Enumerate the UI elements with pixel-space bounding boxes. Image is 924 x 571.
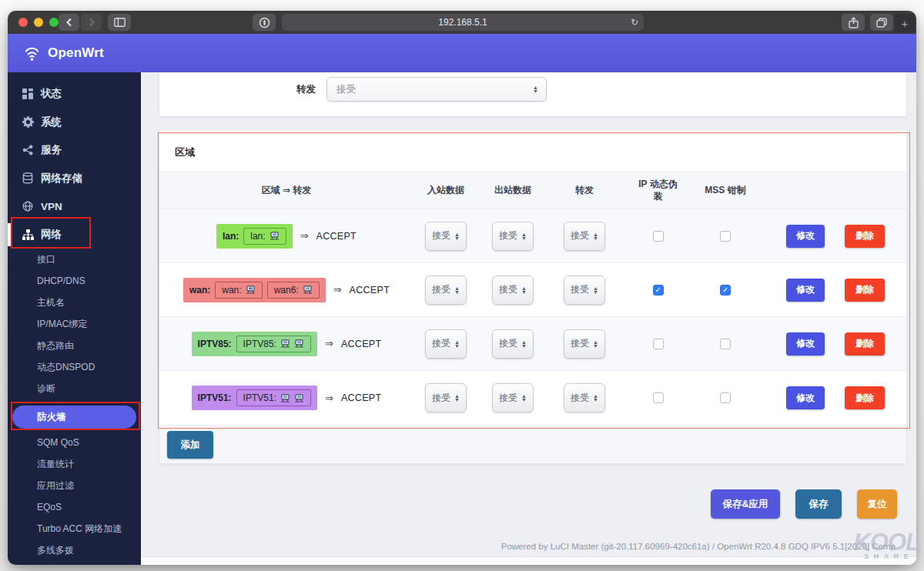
new-tab-button[interactable]: + — [895, 14, 915, 32]
sidebar-subitem-interfaces[interactable]: 接口 — [8, 249, 141, 270]
delete-zone-button[interactable]: 删除 — [845, 225, 885, 248]
url-text: 192.168.5.1 — [438, 17, 487, 28]
minimize-window-button[interactable] — [34, 18, 43, 27]
output-policy-select[interactable]: 接受▲▼ — [492, 383, 534, 412]
edit-zone-button[interactable]: 修改 — [786, 225, 825, 248]
forward-select[interactable]: 接受 ▲▼ — [326, 77, 547, 102]
sidebar-nav: 状态 系统 服务 网络存储 VPN 网络 接口 DHCP/DNS 主机名 IP/… — [8, 72, 141, 565]
sidebar-subitem-sqm-qos[interactable]: SQM QoS — [8, 432, 141, 453]
sidebar-subitem-turbo-acc[interactable]: Turbo ACC 网络加速 — [8, 518, 141, 539]
forward-select-value: 接受 — [336, 83, 356, 96]
back-button[interactable] — [59, 14, 79, 31]
masquerading-checkbox[interactable] — [653, 231, 664, 242]
sidebar-subitem-multi-wan[interactable]: 多线多拨 — [8, 539, 141, 561]
gear-icon — [22, 116, 34, 128]
sidebar-item-label: 系统 — [41, 115, 62, 129]
output-policy-select[interactable]: 接受▲▼ — [492, 222, 534, 251]
select-arrows-icon: ▲▼ — [593, 340, 598, 348]
input-policy-select[interactable]: 接受▲▼ — [425, 222, 467, 251]
input-policy-select[interactable]: 接受▲▼ — [425, 329, 467, 359]
zones-title: 区域 — [159, 130, 906, 172]
address-bar[interactable]: 192.168.5.1 ↻ — [282, 14, 644, 31]
sidebar-subitem-app-filter[interactable]: 应用过滤 — [8, 475, 141, 496]
delete-zone-button[interactable]: 删除 — [845, 386, 885, 409]
browser-titlebar: 192.168.5.1 ↻ + — [8, 11, 916, 34]
sidebar-subitem-eqos[interactable]: EQoS — [8, 496, 141, 518]
save-apply-button[interactable]: 保存&应用 — [711, 489, 780, 519]
sidebar-item-vpn[interactable]: VPN — [8, 192, 141, 221]
masquerading-checkbox[interactable] — [653, 285, 664, 296]
reset-button[interactable]: 复位 — [857, 489, 897, 519]
edit-zone-button[interactable]: 修改 — [786, 279, 825, 302]
mss-clamping-checkbox[interactable] — [720, 231, 731, 242]
bottom-strip — [141, 556, 916, 565]
output-policy-select[interactable]: 接受▲▼ — [492, 329, 534, 359]
sidebar-subitem-static-routes[interactable]: 静态路由 — [8, 335, 141, 356]
onepassword-icon — [259, 17, 270, 28]
zone-arrow: ⇒ — [333, 284, 342, 296]
edit-zone-button[interactable]: 修改 — [786, 386, 825, 409]
col-output: 出站数据 — [478, 185, 547, 197]
tab-overview-button[interactable] — [870, 14, 893, 31]
vpn-icon — [22, 201, 34, 212]
sidebar-item-storage[interactable]: 网络存储 — [8, 165, 141, 193]
edit-zone-button[interactable]: 修改 — [786, 332, 825, 356]
sidebar-item-label: 网络 — [41, 228, 62, 242]
zoom-window-button[interactable] — [49, 18, 59, 27]
add-zone-button[interactable]: 添加 — [167, 431, 213, 459]
select-arrows-icon: ▲▼ — [454, 340, 460, 348]
sidebar-subitem-diagnostics[interactable]: 诊断 — [8, 378, 141, 399]
forward-policy-select[interactable]: 接受▲▼ — [564, 329, 605, 359]
mss-clamping-checkbox[interactable] — [720, 392, 731, 403]
sidebar-subitem-ip-mac-binding[interactable]: IP/MAC绑定 — [8, 313, 141, 335]
forward-policy-select[interactable]: 接受▲▼ — [564, 383, 605, 412]
reload-icon[interactable]: ↻ — [631, 17, 638, 28]
save-button[interactable]: 保存 — [795, 489, 842, 519]
select-arrows-icon: ▲▼ — [454, 232, 460, 240]
input-policy-select[interactable]: 接受▲▼ — [425, 383, 467, 412]
sidebar-item-label: 状态 — [41, 87, 62, 101]
select-arrows-icon: ▲▼ — [593, 286, 598, 294]
close-window-button[interactable] — [18, 18, 28, 27]
zone-badge-wan: wan: wan: wan6: — [183, 278, 326, 302]
ethernet-interface-icon — [303, 286, 313, 294]
services-icon — [22, 145, 34, 155]
forward-policy-select[interactable]: 接受▲▼ — [564, 222, 605, 251]
mss-clamping-checkbox[interactable] — [720, 285, 731, 296]
mss-clamping-checkbox[interactable] — [720, 339, 731, 349]
forward-button[interactable] — [81, 14, 102, 31]
chevron-right-icon — [88, 18, 95, 27]
sidebar-subitem-hostname[interactable]: 主机名 — [8, 292, 141, 313]
col-masquerading: IP 动态伪装 — [634, 179, 682, 202]
masquerading-checkbox[interactable] — [653, 339, 664, 349]
delete-zone-button[interactable]: 删除 — [845, 279, 885, 302]
ethernet-interface-icon — [294, 339, 304, 348]
share-button[interactable] — [842, 14, 865, 31]
input-policy-select[interactable]: 接受▲▼ — [425, 275, 467, 305]
forward-policy-select[interactable]: 接受▲▼ — [564, 275, 605, 305]
openwrt-logo — [23, 45, 41, 62]
sidebar-item-status[interactable]: 状态 — [8, 80, 141, 109]
interface-chip-wan6: wan6: — [267, 282, 320, 299]
sidebar-toggle-button[interactable] — [108, 14, 131, 31]
sidebar-item-services[interactable]: 服务 — [8, 136, 141, 165]
zone-badge-iptv51: IPTV51: IPTV51: — [192, 386, 317, 410]
password-manager-button[interactable] — [253, 14, 276, 31]
interface-chip-iptv51: IPTV51: — [236, 389, 311, 406]
select-arrows-icon: ▲▼ — [593, 394, 598, 402]
sidebar-subitem-traffic-stats[interactable]: 流量统计 — [8, 453, 141, 475]
sidebar-subitem-dnspod[interactable]: 动态DNSPOD — [8, 356, 141, 378]
masquerading-checkbox[interactable] — [653, 392, 664, 403]
sidebar-item-network[interactable]: 网络 — [8, 221, 141, 249]
forward-setting-card: 转发 接受 ▲▼ — [159, 72, 906, 116]
output-policy-select[interactable]: 接受▲▼ — [492, 275, 534, 305]
select-arrows-icon: ▲▼ — [521, 232, 527, 240]
add-zone-strip: 添加 — [159, 425, 906, 463]
zone-arrow: ⇒ — [325, 338, 333, 349]
storage-icon — [22, 172, 34, 184]
delete-zone-button[interactable]: 删除 — [845, 332, 885, 356]
sidebar-item-system[interactable]: 系统 — [8, 109, 141, 137]
zone-badge-lan: lan: lan: — [216, 224, 293, 249]
sidebar-subitem-dhcp-dns[interactable]: DHCP/DNS — [8, 270, 141, 292]
sidebar-subitem-firewall-active[interactable]: 防火墙 — [12, 406, 136, 429]
